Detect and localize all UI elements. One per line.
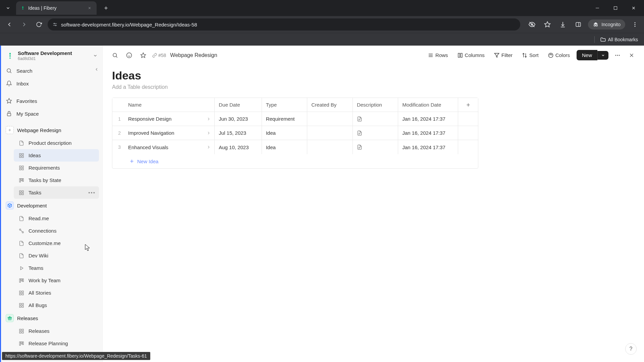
sidebar-item[interactable]: Release Planning: [14, 337, 99, 350]
col-created-by[interactable]: Created By: [307, 98, 353, 112]
cell-name[interactable]: Responsive Design: [124, 112, 215, 126]
rows-button[interactable]: Rows: [425, 50, 451, 60]
sidebar-item-label: Tasks by State: [29, 177, 61, 183]
svg-rect-5: [614, 7, 617, 10]
colors-button[interactable]: Colors: [545, 50, 573, 60]
sidebar-item[interactable]: Connections: [14, 225, 99, 237]
add-column-button[interactable]: [458, 98, 478, 112]
entity-link[interactable]: #58: [152, 53, 166, 58]
workspace-switcher[interactable]: Software Development 6ad8d3d1: [1, 46, 102, 64]
inbox-button[interactable]: Inbox: [1, 77, 102, 90]
open-entity-icon[interactable]: [206, 117, 211, 121]
eye-off-icon[interactable]: [526, 19, 538, 30]
table-row[interactable]: 1Responsive DesignJun 30, 2023Requiremen…: [112, 112, 478, 126]
cell-modification-date[interactable]: Jan 16, 2024 17:37: [398, 126, 458, 140]
cell-created-by[interactable]: [307, 140, 353, 154]
emoji-button[interactable]: [124, 50, 134, 60]
new-button[interactable]: New: [577, 50, 597, 60]
browser-menu-icon[interactable]: [629, 19, 641, 30]
section-releases[interactable]: Releases: [1, 311, 102, 325]
sidebar-item[interactable]: Tasks by State: [14, 174, 99, 186]
col-type[interactable]: Type: [262, 98, 308, 112]
section-development[interactable]: Development: [1, 199, 102, 212]
sidebar-item[interactable]: Tasks•••: [14, 186, 99, 199]
bookmark-star-icon[interactable]: [542, 19, 553, 30]
svg-rect-52: [19, 291, 21, 293]
close-panel-button[interactable]: [627, 50, 637, 60]
svg-rect-30: [19, 154, 21, 155]
cell-name[interactable]: Improved Navigation: [124, 126, 215, 140]
maximize-button[interactable]: [608, 1, 623, 15]
page-title[interactable]: Ideas: [112, 69, 635, 82]
incognito-chip[interactable]: Incognito: [588, 19, 625, 29]
new-tab-button[interactable]: [101, 3, 111, 13]
cell-description[interactable]: [353, 140, 398, 154]
cell-type[interactable]: Requirement: [262, 112, 308, 126]
col-name[interactable]: Name: [124, 98, 215, 112]
sidebar-item[interactable]: Dev Wiki: [14, 249, 99, 262]
sidebar-item[interactable]: Customize.me: [14, 237, 99, 249]
cell-description[interactable]: [353, 112, 398, 126]
col-description[interactable]: Description: [353, 98, 398, 112]
cell-modification-date[interactable]: Jan 16, 2024 17:37: [398, 140, 458, 154]
cell-modification-date[interactable]: Jan 16, 2024 17:37: [398, 112, 458, 126]
description-doc-icon: [357, 130, 362, 136]
cell-type[interactable]: Idea: [262, 126, 308, 140]
col-modification-date[interactable]: Modification Date: [398, 98, 458, 112]
back-button[interactable]: [3, 18, 15, 31]
new-dropdown[interactable]: [597, 51, 608, 60]
sidebar-item[interactable]: Releases: [14, 325, 99, 337]
table-row[interactable]: 2Improved NavigationJul 15, 2023IdeaJan …: [112, 126, 478, 140]
site-settings-icon[interactable]: [52, 22, 58, 27]
chevron-down-icon: [93, 53, 98, 58]
sidebar-item[interactable]: Ideas: [14, 149, 99, 162]
minimize-button[interactable]: [590, 1, 605, 15]
sidebar-item[interactable]: All Stories: [14, 287, 99, 299]
sort-button[interactable]: Sort: [519, 50, 541, 60]
myspace-button[interactable]: My Space: [1, 107, 102, 120]
breadcrumb[interactable]: Webpage Redesign: [170, 52, 217, 58]
sidebar-item[interactable]: All Bugs: [14, 299, 99, 311]
forward-button[interactable]: [18, 18, 30, 31]
open-entity-icon[interactable]: [206, 131, 211, 135]
tab-close-icon[interactable]: [87, 5, 93, 11]
page-description[interactable]: Add a Table description: [112, 84, 635, 90]
col-due-date[interactable]: Due Date: [215, 98, 262, 112]
item-more-icon[interactable]: •••: [88, 190, 96, 195]
sidebar-item[interactable]: Read.me: [14, 212, 99, 225]
cell-type[interactable]: Idea: [262, 140, 308, 154]
browser-tab[interactable]: Ideas | Fibery: [16, 1, 97, 15]
search-button[interactable]: Search: [1, 64, 102, 77]
all-bookmarks-button[interactable]: All Bookmarks: [600, 37, 638, 43]
favorite-star-button[interactable]: [138, 50, 148, 60]
url-field[interactable]: software-development.fibery.io/Webpage_R…: [48, 18, 520, 31]
sidebar-item[interactable]: Work by Team: [14, 274, 99, 287]
cell-created-by[interactable]: [307, 126, 353, 140]
reload-button[interactable]: [33, 18, 45, 31]
favorites-button[interactable]: Favorites: [1, 95, 102, 107]
tabs-dropdown[interactable]: [3, 3, 13, 13]
cell-due-date[interactable]: Aug 10, 2023: [215, 140, 262, 154]
collapse-sidebar-icon[interactable]: [94, 67, 99, 72]
open-entity-icon[interactable]: [206, 145, 211, 149]
close-window-button[interactable]: [626, 1, 641, 15]
sidebar-item[interactable]: Product description: [14, 137, 99, 149]
section-webpage-redesign[interactable]: Webpage Redesign: [1, 123, 102, 137]
columns-button[interactable]: Columns: [455, 50, 487, 60]
table-row[interactable]: 3Enhanced VisualsAug 10, 2023IdeaJan 16,…: [112, 140, 478, 154]
filter-button[interactable]: Filter: [491, 50, 515, 60]
sort-icon: [522, 53, 527, 58]
sidebar-item[interactable]: Requirements: [14, 162, 99, 174]
cell-description[interactable]: [353, 126, 398, 140]
cell-due-date[interactable]: Jul 15, 2023: [215, 126, 262, 140]
side-panel-icon[interactable]: [573, 19, 584, 30]
cell-name[interactable]: Enhanced Visuals: [124, 140, 215, 154]
sidebar-item[interactable]: Teams: [14, 262, 99, 274]
cell-created-by[interactable]: [307, 112, 353, 126]
more-button[interactable]: [612, 50, 623, 60]
new-row-button[interactable]: New Idea: [112, 154, 478, 168]
downloads-icon[interactable]: [557, 19, 569, 30]
help-fab[interactable]: ?: [625, 343, 637, 355]
search-button[interactable]: [110, 50, 120, 60]
cell-due-date[interactable]: Jun 30, 2023: [215, 112, 262, 126]
